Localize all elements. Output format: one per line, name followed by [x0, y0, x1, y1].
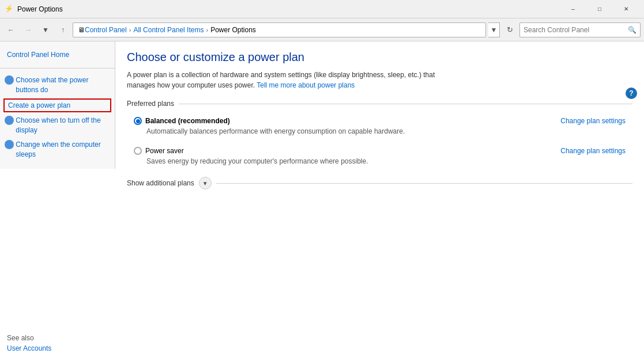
- change-plan-settings-power-saver[interactable]: Change plan settings: [560, 147, 626, 155]
- additional-plans-expand-button[interactable]: ▼: [199, 177, 212, 189]
- plan-label-power-saver: Power saver: [134, 147, 184, 155]
- turn-off-display-label: Choose when to turn off the display: [16, 116, 109, 135]
- sidebar-item-power-buttons[interactable]: Choose what the power buttons do: [0, 73, 115, 97]
- close-button[interactable]: ✕: [613, 0, 639, 18]
- help-button[interactable]: ?: [626, 88, 637, 99]
- sidebar: Control Panel Home Choose what the power…: [0, 41, 115, 169]
- plan-desc-power-saver: Saves energy by reducing your computer's…: [146, 157, 626, 165]
- turn-off-display-icon: [5, 116, 14, 125]
- path-icon: 🖥: [78, 26, 85, 34]
- sidebar-item-computer-sleeps[interactable]: Change when the computer sleeps: [0, 138, 115, 162]
- window-title: Power Options: [17, 5, 560, 13]
- sidebar-home-link[interactable]: Control Panel Home: [0, 48, 115, 63]
- plan-label-balanced: Balanced (recommended): [134, 117, 230, 125]
- back-button[interactable]: ←: [3, 22, 18, 37]
- create-plan-label: Create a power plan: [8, 101, 70, 111]
- additional-plans-label: Show additional plans: [127, 179, 194, 187]
- plan-header-balanced: Balanced (recommended) Change plan setti…: [134, 117, 626, 125]
- plan-name-power-saver: Power saver: [145, 147, 184, 155]
- change-plan-settings-balanced[interactable]: Change plan settings: [560, 117, 626, 125]
- search-input[interactable]: [524, 26, 628, 34]
- breadcrumb-control-panel[interactable]: Control Panel: [85, 26, 127, 34]
- plan-header-power-saver: Power saver Change plan settings: [134, 147, 626, 155]
- plan-name-balanced: Balanced (recommended): [145, 117, 230, 125]
- sidebar-item-turn-off-display[interactable]: Choose when to turn off the display: [0, 113, 115, 138]
- see-also-section: See also User Accounts: [0, 329, 115, 357]
- search-icon: 🔍: [628, 26, 637, 34]
- radio-balanced[interactable]: [134, 117, 142, 125]
- power-buttons-icon: [5, 75, 14, 85]
- more-link[interactable]: Tell me more about power plans: [257, 81, 355, 89]
- breadcrumb-all-items[interactable]: All Control Panel Items: [133, 26, 204, 34]
- computer-sleeps-icon: [5, 140, 14, 149]
- address-path: 🖥 Control Panel › All Control Panel Item…: [73, 22, 486, 37]
- up-button[interactable]: ↑: [55, 22, 70, 37]
- address-dropdown-button[interactable]: ▼: [488, 22, 500, 37]
- sidebar-item-create-plan[interactable]: Create a power plan: [3, 98, 111, 113]
- search-box: 🔍: [519, 22, 641, 37]
- additional-plans-row: Show additional plans ▼: [127, 177, 632, 189]
- minimize-button[interactable]: –: [560, 0, 586, 18]
- radio-power-saver[interactable]: [134, 147, 142, 155]
- plan-desc-balanced: Automatically balances performance with …: [146, 127, 626, 135]
- forward-button[interactable]: →: [21, 22, 36, 37]
- maximize-button[interactable]: □: [586, 0, 613, 18]
- dropdown-history-button[interactable]: ▼: [38, 22, 53, 37]
- sidebar-divider: [0, 68, 115, 69]
- plan-item-power-saver: Power saver Change plan settings Saves e…: [127, 142, 632, 170]
- see-also-title: See also: [7, 334, 108, 342]
- window-controls: – □ ✕: [560, 0, 639, 18]
- addressbar: ← → ▼ ↑ 🖥 Control Panel › All Control Pa…: [0, 18, 644, 41]
- breadcrumb-current: Power Options: [210, 26, 256, 34]
- sidebar-wrapper: Control Panel Home Choose what the power…: [0, 41, 115, 357]
- sidebar-item-label: Choose what the power buttons do: [16, 75, 109, 95]
- refresh-button[interactable]: ↻: [502, 22, 517, 37]
- app-icon: ⚡: [5, 5, 14, 14]
- content-area: Choose or customize a power plan A power…: [115, 41, 644, 357]
- plan-item-balanced: Balanced (recommended) Change plan setti…: [127, 112, 632, 140]
- content-description: A power plan is a collection of hardware…: [127, 70, 461, 90]
- see-also-user-accounts[interactable]: User Accounts: [7, 344, 108, 352]
- computer-sleeps-label: Change when the computer sleeps: [16, 140, 109, 159]
- main-container: Control Panel Home Choose what the power…: [0, 41, 644, 357]
- titlebar: ⚡ Power Options – □ ✕: [0, 0, 644, 18]
- page-title: Choose or customize a power plan: [127, 51, 632, 64]
- preferred-plans-header: Preferred plans: [127, 100, 632, 108]
